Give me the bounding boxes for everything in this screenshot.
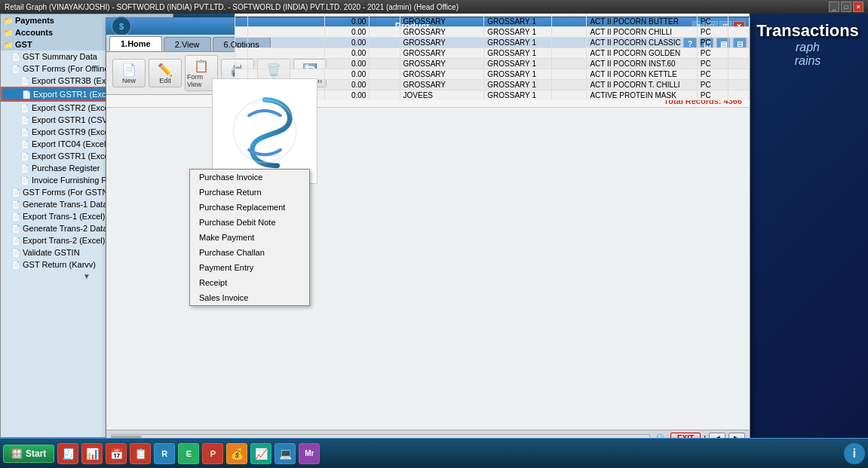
cell-name xyxy=(248,27,325,38)
menu-purchase-replacement[interactable]: Purchase Replacement xyxy=(190,200,309,215)
taskbar-icon-p[interactable]: P xyxy=(202,443,223,464)
cell-unit: PC xyxy=(697,48,728,59)
close-btn[interactable]: ✕ xyxy=(853,2,863,12)
export-gstr3b-icon: 📄 xyxy=(20,77,29,85)
cell-category: GROSSARY 1 xyxy=(484,38,552,48)
taskbar-icon-2[interactable]: 📊 xyxy=(81,443,103,464)
menu-purchase-invoice[interactable]: Purchase Invoice xyxy=(190,170,309,185)
gst-summary-icon: 📄 xyxy=(11,53,20,61)
cell-name xyxy=(248,38,325,48)
cell-brand xyxy=(552,90,587,101)
taskbar-icon-mr[interactable]: Mr xyxy=(299,443,320,464)
tab-view[interactable]: 2.View xyxy=(164,37,211,51)
export-gstr2-icon: 📄 xyxy=(20,104,29,112)
cell-category: GROSSARY 1 xyxy=(484,59,552,69)
taskbar-icon-pc[interactable]: 💻 xyxy=(275,443,296,464)
cell-brand xyxy=(552,80,587,90)
cell-group: GROSSARY xyxy=(400,69,484,80)
table-row[interactable]: 0.00 GROSSARY GROSSARY 1 ACT II POCORN B… xyxy=(235,17,750,27)
btn-new[interactable]: 📄 New xyxy=(112,59,146,87)
cell-alias xyxy=(370,48,400,59)
cell-to xyxy=(728,17,750,27)
taskbar-icon-e[interactable]: E xyxy=(178,443,199,464)
taskbar-icon-money[interactable]: 💰 xyxy=(226,443,247,464)
table-row[interactable]: 0.00 GROSSARY GROSSARY 1 ACT II POCORN I… xyxy=(235,59,750,69)
gst-return-icon: 📄 xyxy=(11,261,20,269)
table-row[interactable]: 0.00 GROSSARY GROSSARY 1 ACT II POCORN C… xyxy=(235,27,750,38)
cell-brand xyxy=(552,59,587,69)
taskbar-icon-4[interactable]: 📋 xyxy=(130,443,151,464)
cell-product: ACT II POCORN KETTLE xyxy=(587,69,697,80)
cell-to xyxy=(728,27,750,38)
taskbar-icon-r[interactable]: R xyxy=(154,443,175,464)
exit-button[interactable]: EXIT xyxy=(670,433,701,438)
maximize-btn[interactable]: □ xyxy=(841,2,851,12)
cell-indicator xyxy=(235,27,248,38)
edit-icon: ✏️ xyxy=(156,62,174,77)
cell-qty: 0.00 xyxy=(324,48,370,59)
menu-receipt[interactable]: Receipt xyxy=(190,275,309,290)
gst-folder-icon: 📁 xyxy=(4,41,13,49)
payments-folder-icon: 📁 xyxy=(4,17,13,25)
cell-unit: PC xyxy=(697,90,728,101)
cell-name xyxy=(248,48,325,59)
taskbar-icon-1[interactable]: 🧾 xyxy=(57,443,78,464)
taskbar-icon-3[interactable]: 📅 xyxy=(106,443,127,464)
start-button[interactable]: 🪟 Start xyxy=(3,445,54,463)
cell-indicator xyxy=(235,59,248,69)
cell-to xyxy=(728,69,750,80)
title-bar: Retail Graph (VINAYAK/JOSHI) - SOFTWORLD… xyxy=(0,0,868,14)
cell-product: ACT II POCORN T. CHILLI xyxy=(587,80,697,90)
nav-next-btn[interactable]: ▶ xyxy=(728,433,745,438)
menu-purchase-debit-note[interactable]: Purchase Debit Note xyxy=(190,215,309,230)
cell-group: GROSSARY xyxy=(400,80,484,90)
cell-indicator xyxy=(235,17,248,27)
table-row[interactable]: 0.00 GROSSARY GROSSARY 1 ACT II POCORN G… xyxy=(235,48,750,59)
cell-alias xyxy=(370,27,400,38)
cell-qty: 0.00 xyxy=(324,38,370,48)
start-icon: 🪟 xyxy=(11,448,23,459)
right-panel-sub: raph xyxy=(796,41,820,54)
cell-qty: 0.00 xyxy=(324,69,370,80)
right-panel-sub2: rains xyxy=(795,54,821,68)
cell-product: ACT II POCORN CLASSIC xyxy=(587,38,697,48)
minimize-btn[interactable]: _ xyxy=(829,2,839,12)
menu-purchase-return[interactable]: Purchase Return xyxy=(190,185,309,200)
desktop: Transactions raph rains 🧾 Sales Invoice … xyxy=(0,14,868,438)
edit-label: Edit xyxy=(159,77,171,84)
cell-to xyxy=(728,80,750,90)
tab-home[interactable]: 1.Home xyxy=(109,36,162,51)
cell-category: GROSSARY 1 xyxy=(484,17,552,27)
menu-purchase-challan[interactable]: Purchase Challan xyxy=(190,245,309,260)
cell-to xyxy=(728,38,750,48)
nav-prev-btn[interactable]: ◀ xyxy=(709,433,725,438)
cell-unit: PC xyxy=(697,27,728,38)
menu-sales-invoice[interactable]: Sales Invoice xyxy=(190,290,309,305)
cell-unit: PC xyxy=(697,17,728,27)
start-label: Start xyxy=(26,448,46,459)
cell-group: GROSSARY xyxy=(400,27,484,38)
cell-to xyxy=(728,48,750,59)
form-view-icon: 📋 xyxy=(192,58,210,73)
cell-qty: 0.00 xyxy=(324,59,370,69)
cell-brand xyxy=(552,17,587,27)
product-window: $ Product ? □ ◫ ✕ 1.Home 2.View 6.Option… xyxy=(106,17,750,438)
cell-category: GROSSARY 1 xyxy=(484,69,552,80)
generate-trans1-icon: 📄 xyxy=(11,200,20,209)
cell-product: ACT II POCORN CHILLI xyxy=(587,27,697,38)
cell-category: GROSSARY 1 xyxy=(484,27,552,38)
cell-group: JOVEES xyxy=(400,90,484,101)
export-gstr1-icon: 📄 xyxy=(22,90,31,99)
taskbar-icon-chart[interactable]: 📈 xyxy=(250,443,271,464)
menu-make-payment[interactable]: Make Payment xyxy=(190,230,309,245)
table-row[interactable]: 0.00 GROSSARY GROSSARY 1 ACT II POCORN C… xyxy=(235,38,750,48)
delete-icon: 🗑️ xyxy=(265,62,283,77)
company-logo-area xyxy=(212,78,317,184)
cell-alias xyxy=(370,59,400,69)
menu-payment-entry[interactable]: Payment Entry xyxy=(190,260,309,275)
info-button[interactable]: i xyxy=(844,443,865,464)
btn-edit[interactable]: ✏️ Edit xyxy=(149,59,182,87)
context-menu: Purchase Invoice Purchase Return Purchas… xyxy=(189,169,310,306)
export-gstr1-new-icon: 📄 xyxy=(20,152,29,161)
cell-category: GROSSARY 1 xyxy=(484,48,552,59)
